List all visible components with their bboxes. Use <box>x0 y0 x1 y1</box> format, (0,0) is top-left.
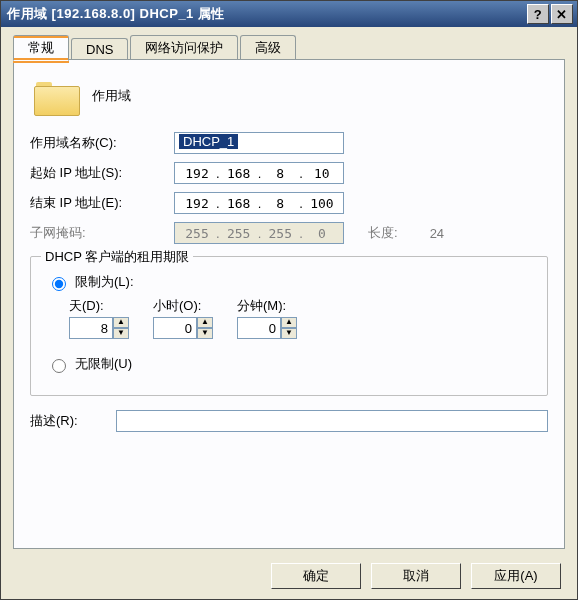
row-subnet-mask: 子网掩码: . . . 长度: 24 <box>30 222 548 244</box>
mask-input: . . . <box>174 222 344 244</box>
minutes-up-icon[interactable]: ▲ <box>281 317 297 328</box>
end-ip-oct3[interactable] <box>262 195 298 212</box>
apply-button[interactable]: 应用(A) <box>471 563 561 589</box>
days-col: 天(D): ▲ ▼ <box>69 297 129 339</box>
minutes-down-icon[interactable]: ▼ <box>281 328 297 339</box>
mask-oct3 <box>262 225 298 242</box>
mask-label: 子网掩码: <box>30 224 164 242</box>
hours-input[interactable] <box>153 317 197 339</box>
start-ip-input[interactable]: . . . <box>174 162 344 184</box>
hours-down-icon[interactable]: ▼ <box>197 328 213 339</box>
scope-name-label: 作用域名称(C): <box>30 134 164 152</box>
scope-name-input[interactable]: DHCP_1 <box>174 132 344 154</box>
mask-oct1 <box>179 225 215 242</box>
end-ip-input[interactable]: . . . <box>174 192 344 214</box>
days-up-icon[interactable]: ▲ <box>113 317 129 328</box>
client-area: 常规 DNS 网络访问保护 高级 作用域 作用域名称(C): DHCP_1 起始… <box>1 27 577 559</box>
panel-header-label: 作用域 <box>92 87 131 105</box>
help-button[interactable]: ? <box>527 4 549 24</box>
start-ip-oct4[interactable] <box>304 165 340 182</box>
start-ip-oct1[interactable] <box>179 165 215 182</box>
close-button[interactable]: ✕ <box>551 4 573 24</box>
mask-oct4 <box>304 225 340 242</box>
panel-header: 作用域 <box>34 78 548 114</box>
titlebar-buttons: ? ✕ <box>527 4 573 24</box>
days-spinner[interactable]: ▲ ▼ <box>69 317 129 339</box>
length-value: 24 <box>430 226 444 241</box>
radio-unlimited-row: 无限制(U) <box>47 355 531 373</box>
scope-name-value: DHCP_1 <box>179 134 238 149</box>
hours-col: 小时(O): ▲ ▼ <box>153 297 213 339</box>
end-ip-label: 结束 IP 地址(E): <box>30 194 164 212</box>
tab-general[interactable]: 常规 <box>13 35 69 61</box>
tab-advanced[interactable]: 高级 <box>240 35 296 60</box>
duration-row: 天(D): ▲ ▼ 小时(O): <box>69 297 531 339</box>
minutes-input[interactable] <box>237 317 281 339</box>
description-label: 描述(R): <box>30 412 110 430</box>
tab-strip: 常规 DNS 网络访问保护 高级 <box>13 35 565 60</box>
radio-unlimited[interactable] <box>52 359 66 373</box>
minutes-spinner[interactable]: ▲ ▼ <box>237 317 297 339</box>
lease-group: DHCP 客户端的租用期限 限制为(L): 天(D): ▲ ▼ <box>30 256 548 396</box>
mask-oct2 <box>221 225 257 242</box>
radio-limited-label: 限制为(L): <box>75 273 134 291</box>
radio-limited-row: 限制为(L): <box>47 273 531 291</box>
length-label: 长度: <box>368 224 398 242</box>
hours-label: 小时(O): <box>153 297 213 315</box>
tab-nap[interactable]: 网络访问保护 <box>130 35 238 60</box>
start-ip-oct3[interactable] <box>262 165 298 182</box>
start-ip-oct2[interactable] <box>221 165 257 182</box>
radio-unlimited-label: 无限制(U) <box>75 355 132 373</box>
days-down-icon[interactable]: ▼ <box>113 328 129 339</box>
hours-up-icon[interactable]: ▲ <box>197 317 213 328</box>
folder-icon <box>34 78 78 114</box>
lease-group-title: DHCP 客户端的租用期限 <box>41 248 193 266</box>
dialog-window: 作用域 [192.168.8.0] DHCP_1 属性 ? ✕ 常规 DNS 网… <box>0 0 578 600</box>
end-ip-oct4[interactable] <box>304 195 340 212</box>
days-label: 天(D): <box>69 297 129 315</box>
row-scope-name: 作用域名称(C): DHCP_1 <box>30 132 548 154</box>
minutes-label: 分钟(M): <box>237 297 297 315</box>
row-start-ip: 起始 IP 地址(S): . . . <box>30 162 548 184</box>
tab-dns[interactable]: DNS <box>71 38 128 60</box>
ok-button[interactable]: 确定 <box>271 563 361 589</box>
days-input[interactable] <box>69 317 113 339</box>
cancel-button[interactable]: 取消 <box>371 563 461 589</box>
window-title: 作用域 [192.168.8.0] DHCP_1 属性 <box>7 5 527 23</box>
row-end-ip: 结束 IP 地址(E): . . . <box>30 192 548 214</box>
start-ip-label: 起始 IP 地址(S): <box>30 164 164 182</box>
hours-spinner[interactable]: ▲ ▼ <box>153 317 213 339</box>
tab-panel-general: 作用域 作用域名称(C): DHCP_1 起始 IP 地址(S): . . . … <box>13 59 565 549</box>
description-input[interactable] <box>116 410 548 432</box>
radio-limited[interactable] <box>52 277 66 291</box>
title-bar: 作用域 [192.168.8.0] DHCP_1 属性 ? ✕ <box>1 1 577 27</box>
end-ip-oct1[interactable] <box>179 195 215 212</box>
dialog-footer: 确定 取消 应用(A) <box>271 563 561 589</box>
description-row: 描述(R): <box>30 410 548 432</box>
minutes-col: 分钟(M): ▲ ▼ <box>237 297 297 339</box>
end-ip-oct2[interactable] <box>221 195 257 212</box>
